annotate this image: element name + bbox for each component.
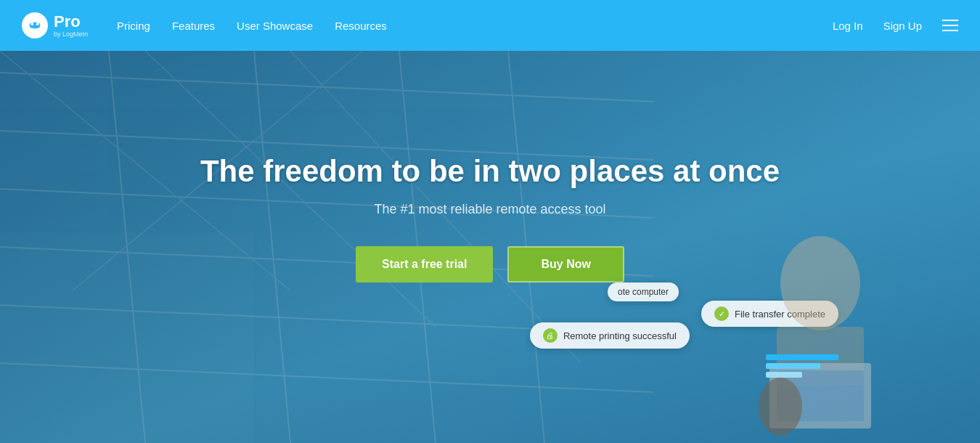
- signup-link[interactable]: Sign Up: [883, 20, 922, 32]
- hamburger-menu[interactable]: [942, 20, 958, 31]
- bubble-remote-computer: ote computer: [608, 283, 679, 301]
- bubble-printing-text: Remote printing successful: [563, 330, 677, 341]
- bubble-printing: 🖨 Remote printing successful: [530, 322, 690, 349]
- logo-pro-label: Pro: [54, 14, 88, 30]
- hero-section: The freedom to be in two places at once …: [0, 0, 980, 443]
- file-transfer-bars: [766, 354, 838, 378]
- buy-now-button[interactable]: Buy Now: [507, 246, 624, 283]
- bubble-remote-text: ote computer: [618, 287, 669, 297]
- hamburger-line-1: [942, 20, 958, 21]
- login-link[interactable]: Log In: [833, 20, 863, 32]
- person-illustration: [675, 138, 907, 443]
- start-trial-button[interactable]: Start a free trial: [356, 246, 493, 283]
- logo-by-label: by LogMeIn: [54, 31, 88, 38]
- hamburger-line-3: [942, 30, 958, 31]
- svg-point-32: [31, 23, 34, 25]
- printer-icon: 🖨: [543, 328, 558, 343]
- nav-resources[interactable]: Resources: [335, 20, 387, 32]
- hamburger-line-2: [942, 25, 958, 26]
- nav-user-showcase[interactable]: User Showcase: [237, 20, 313, 32]
- logo-text: Pro by LogMeIn: [54, 14, 88, 38]
- logo-icon: [22, 12, 48, 38]
- svg-point-28: [759, 378, 802, 436]
- navigation: Pro by LogMeIn Pricing Features User Sho…: [0, 0, 980, 51]
- hero-buttons: Start a free trial Buy Now: [356, 246, 624, 283]
- svg-point-24: [780, 236, 860, 330]
- nav-right: Log In Sign Up: [833, 20, 958, 32]
- nav-pricing[interactable]: Pricing: [117, 20, 150, 32]
- svg-point-33: [36, 23, 39, 25]
- hero-subtitle: The #1 most reliable remote access tool: [374, 202, 605, 217]
- nav-links: Pricing Features User Showcase Resources: [117, 20, 833, 32]
- logo[interactable]: Pro by LogMeIn: [22, 12, 88, 38]
- nav-features[interactable]: Features: [172, 20, 215, 32]
